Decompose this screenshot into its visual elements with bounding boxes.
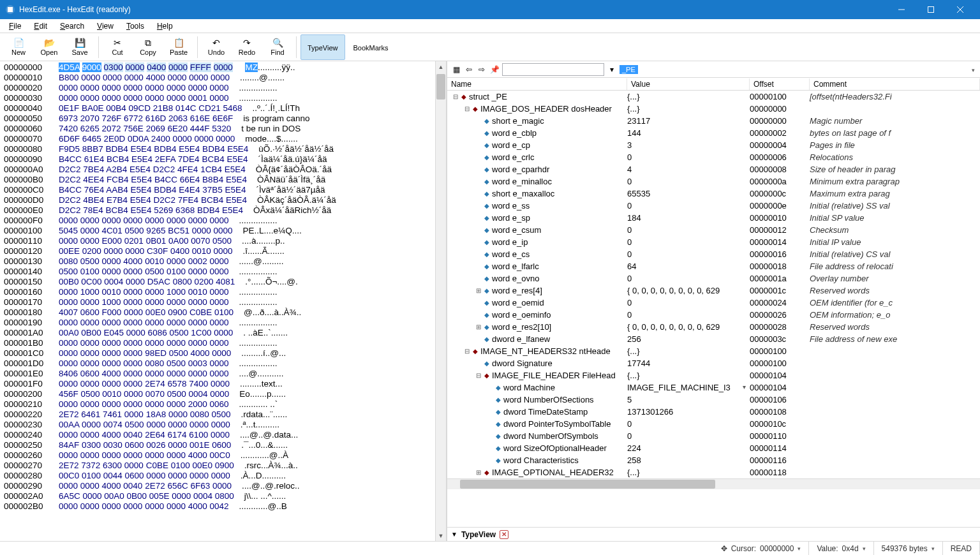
tree-row[interactable]: ◆word SizeOfOptionalHeader22400000114 <box>447 442 980 454</box>
hex-row[interactable]: 00000190 0000 0000 0000 0000 0000 0000 0… <box>4 318 442 328</box>
chevron-down-icon[interactable]: ▾ <box>863 545 866 552</box>
maximize-button[interactable] <box>916 0 946 19</box>
chevron-down-icon[interactable]: ▾ <box>798 545 801 552</box>
tree-row[interactable]: ◆word MachineIMAGE_FILE_MACHINE_I3000001… <box>447 381 980 394</box>
hex-row[interactable]: 00000120 00EE 0200 0000 0000 C30F 0400 0… <box>4 246 442 256</box>
col-value[interactable]: Value <box>627 78 750 90</box>
toolbar-redo[interactable]: ↷Redo <box>232 34 262 60</box>
tree-row[interactable]: ⊟◆struct _PE{...}00000100[offset(ntHeade… <box>447 91 980 103</box>
tree-row[interactable]: ◆word e_ss00000000eInitial (relative) SS… <box>447 200 980 212</box>
hex-row[interactable]: 000001E0 8406 0600 4000 0000 0000 0000 0… <box>4 369 442 379</box>
tree-row[interactable]: ◆word NumberOfSections500000106 <box>447 394 980 406</box>
hex-row[interactable]: 000000D0 D2C2 4BE4 E7B4 E5E4 D2C2 7FE4 B… <box>4 195 442 205</box>
hex-row[interactable]: 00000230 00AA 0000 0074 0500 0000 0000 0… <box>4 420 442 430</box>
tree-expander[interactable]: ⊟ <box>474 372 483 379</box>
tree-expander[interactable]: ⊞ <box>474 469 483 476</box>
hex-row[interactable]: 000001D0 0000 0000 0000 0000 0080 0500 0… <box>4 359 442 369</box>
panel-caret-icon[interactable]: ▼ <box>451 531 457 538</box>
tree-row[interactable]: ⊞◆word e_res[4]{ 0, 0, 0, 0, 0, 0, 0, 0,… <box>447 285 980 297</box>
toolbar-find[interactable]: 🔍Find <box>263 34 292 60</box>
tree-row[interactable]: ◆word e_cblp14400000002bytes on last pag… <box>447 127 980 139</box>
tree-expander[interactable]: ⊟ <box>451 93 460 100</box>
typeview-fwd-icon[interactable]: ⇨ <box>477 64 487 75</box>
hex-row[interactable]: 00000110 0000 0000 E000 0201 0B01 0A00 0… <box>4 236 442 246</box>
hex-row[interactable]: 00000140 0500 0100 0000 0000 0500 0100 0… <box>4 267 442 277</box>
hex-row[interactable]: 00000020 0000 0000 0000 0000 0000 0000 0… <box>4 83 442 93</box>
tree-scroll-thumb[interactable] <box>460 480 715 489</box>
hex-scrollbar[interactable]: ▲ ▼ <box>435 61 446 541</box>
hex-row[interactable]: 000000F0 0000 0000 0000 0000 0000 0000 0… <box>4 216 442 226</box>
tree-row[interactable]: ◆word e_crlc000000006Relocations <box>447 151 980 163</box>
toolbar-copy[interactable]: ⧉Copy <box>133 34 163 60</box>
hex-row[interactable]: 00000250 84AF 0300 0030 0600 0026 0000 0… <box>4 440 442 450</box>
hex-row[interactable]: 000001F0 0000 0000 0000 0000 2E74 6578 7… <box>4 379 442 389</box>
hex-row[interactable]: 000000B0 D2C2 4EE4 FCB4 E5E4 B4CC 66E4 B… <box>4 175 442 185</box>
toolbar-open[interactable]: 📂Open <box>34 34 64 60</box>
toolbar-typeview[interactable]: TypeView <box>301 34 345 60</box>
tree-row[interactable]: ◆dword NumberOfSymbols000000110 <box>447 430 980 442</box>
hex-row[interactable]: 00000000 4D5A 9000 0300 0000 0400 0000 F… <box>4 63 442 73</box>
menu-search[interactable]: Search <box>54 20 91 32</box>
tree-row[interactable]: ◆word e_cs000000016Initial (relative) CS… <box>447 248 980 260</box>
hex-row[interactable]: 00000240 0000 0000 4000 0040 2E64 6174 6… <box>4 430 442 440</box>
menu-file[interactable]: File <box>3 20 27 32</box>
tree-scrollbar-h[interactable] <box>447 478 980 489</box>
menu-tools[interactable]: Tools <box>120 20 151 32</box>
close-button[interactable] <box>946 0 975 19</box>
tree-row[interactable]: ◆short e_magic2311700000000Magic number <box>447 115 980 127</box>
tree-row[interactable]: ◆word e_oemid000000024OEM identifier (fo… <box>447 297 980 309</box>
col-name[interactable]: Name <box>447 78 627 90</box>
tree-row[interactable]: ◆dword e_lfanew2560000003cFile address o… <box>447 333 980 345</box>
hex-row[interactable]: 000000A0 D2C2 7BE4 A2B4 E5E4 D2C2 4FE4 1… <box>4 165 442 175</box>
type-selector[interactable]: _PE ▾ <box>620 65 976 74</box>
hex-row[interactable]: 00000180 4007 0600 F000 0000 00E0 0900 C… <box>4 307 442 318</box>
hex-row[interactable]: 00000210 0000 0000 0000 0000 0000 0000 2… <box>4 399 442 410</box>
tree-row[interactable]: ◆word e_csum000000012Checksum <box>447 224 980 236</box>
minimize-button[interactable] <box>887 0 916 19</box>
hex-row[interactable]: 00000280 00C0 0100 0044 0600 0000 0000 0… <box>4 471 442 481</box>
hex-row[interactable]: 00000100 5045 0000 4C01 0500 9265 BC51 0… <box>4 226 442 236</box>
hex-row[interactable]: 000001C0 0000 0000 0000 0000 98ED 0500 4… <box>4 348 442 359</box>
tree-row[interactable]: ⊟◆IMAGE_DOS_HEADER dosHeader{...}0000000… <box>447 103 980 115</box>
hex-row[interactable]: 000001A0 00A0 0B00 E045 0000 6086 0500 1… <box>4 328 442 338</box>
hex-row[interactable]: 00000080 F9D5 8BB7 BDB4 E5E4 BDB4 E5E4 B… <box>4 144 442 154</box>
tree-row[interactable]: ◆short e_maxalloc655350000000cMaximum ex… <box>447 188 980 200</box>
tree-row[interactable]: ⊞◆word e_res2[10]{ 0, 0, 0, 0, 0, 0, 0, … <box>447 321 980 333</box>
hex-row[interactable]: 00000150 00B0 0C00 0004 0000 D5AC 0800 0… <box>4 277 442 287</box>
hex-row[interactable]: 000002B0 0000 0000 0000 0000 0000 0000 4… <box>4 501 442 512</box>
panel-tab-label[interactable]: TypeView <box>461 530 496 539</box>
hex-row[interactable]: 00000070 6D6F 6465 2E0D 0D0A 2400 0000 0… <box>4 134 442 144</box>
tree-row[interactable]: ◆word e_ip000000014Initial IP value <box>447 236 980 248</box>
hex-row[interactable]: 00000090 B4CC 61E4 BCB4 E5E4 2EFA 7DE4 B… <box>4 154 442 165</box>
hex-row[interactable]: 00000170 0000 0000 1000 0000 0000 0000 0… <box>4 297 442 307</box>
tree-row[interactable]: ◆word e_sp18400000010Initial SP value <box>447 212 980 224</box>
tree-row[interactable]: ◆dword PointerToSymbolTable00000010c <box>447 418 980 430</box>
hex-row[interactable]: 000001B0 0000 0000 0000 0000 0000 0000 0… <box>4 338 442 348</box>
hex-row[interactable]: 000000E0 D2C2 78E4 BCB4 E5E4 5269 6368 B… <box>4 205 442 216</box>
hex-row[interactable]: 00000050 6973 2070 726F 6772 616D 2063 6… <box>4 114 442 124</box>
typeview-search-input[interactable] <box>502 63 604 76</box>
hex-row[interactable]: 00000160 0000 1000 0010 0000 0000 1000 0… <box>4 287 442 297</box>
tree-row[interactable]: ◆word e_ovno00000001aOverlay number <box>447 272 980 285</box>
hex-row[interactable]: 00000290 0000 0000 4000 0040 2E72 656C 6… <box>4 481 442 491</box>
hex-row[interactable]: 00000220 2E72 6461 7461 0000 18A8 0000 0… <box>4 410 442 420</box>
typeview-back-icon[interactable]: ⇦ <box>464 64 474 75</box>
scroll-up-icon[interactable]: ▲ <box>436 61 446 72</box>
tree-row[interactable]: ⊟◆IMAGE_FILE_HEADER FileHead{...}0000010… <box>447 369 980 381</box>
col-comment[interactable]: Comment <box>810 78 980 90</box>
toolbar-new[interactable]: 📄New <box>4 34 33 60</box>
hex-row[interactable]: 00000270 2E72 7372 6300 0000 C0BE 0100 0… <box>4 461 442 471</box>
tree-row[interactable]: ◆word e_minalloc00000000aMinimum extra p… <box>447 175 980 188</box>
tree-expander[interactable]: ⊟ <box>463 348 471 355</box>
hex-row[interactable]: 00000130 0080 0500 0000 4000 0010 0000 0… <box>4 256 442 267</box>
toolbar-bookmarks[interactable]: BookMarks <box>346 34 396 60</box>
typeview-tool-icon[interactable]: ▦ <box>451 64 461 75</box>
toolbar-paste[interactable]: 📋Paste <box>164 34 193 60</box>
scroll-down-icon[interactable]: ▼ <box>436 530 446 541</box>
tree-row[interactable]: ⊞◆IMAGE_OPTIONAL_HEADER32{...}00000118 <box>447 466 980 478</box>
hex-row[interactable]: 000002A0 6A5C 0000 00A0 0B00 005E 0000 0… <box>4 491 442 501</box>
tree-row[interactable]: ◆word e_oeminfo000000026OEM information;… <box>447 309 980 321</box>
tree-expander[interactable]: ⊟ <box>463 105 471 112</box>
tree-row[interactable]: ◆word e_lfarlc6400000018File address of … <box>447 260 980 272</box>
hex-row[interactable]: 00000030 0000 0000 0000 0000 0000 0000 0… <box>4 93 442 103</box>
